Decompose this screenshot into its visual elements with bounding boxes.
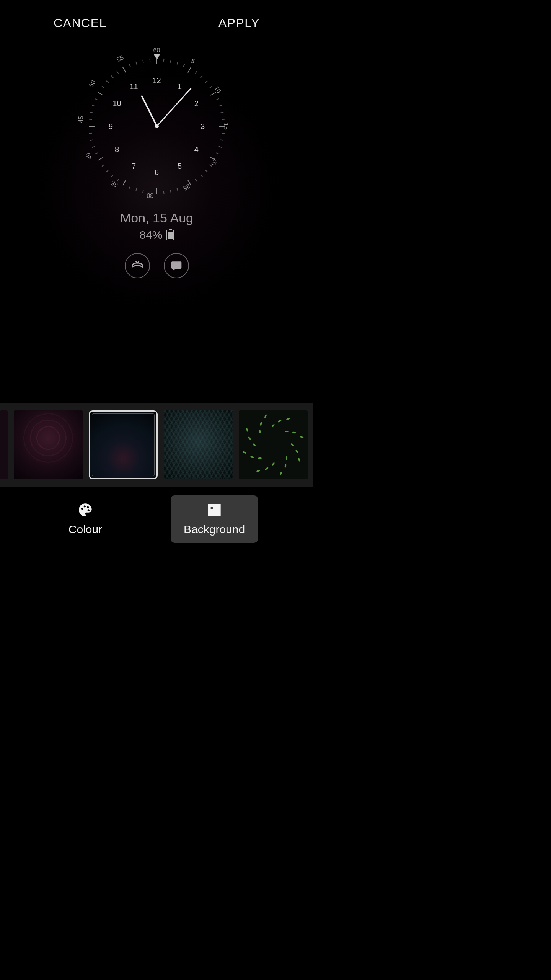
- clock-tick: [122, 180, 126, 186]
- hour-number: 2: [194, 99, 199, 108]
- clock-tick: [156, 188, 157, 194]
- clock-tick: [142, 60, 144, 63]
- clock-tick: [218, 105, 222, 106]
- clock-tick: [98, 157, 103, 161]
- clock-tick: [163, 191, 164, 194]
- message-icon: [164, 253, 189, 278]
- minute-number: 40: [84, 152, 93, 161]
- notification-icons: [125, 253, 189, 278]
- clock-tick: [92, 146, 95, 148]
- clock-tick: [106, 170, 109, 172]
- apply-button[interactable]: APPLY: [218, 16, 260, 30]
- clock-tick: [98, 92, 103, 96]
- svg-point-5: [210, 507, 213, 509]
- clock-tick: [218, 146, 222, 148]
- clock-tick: [129, 186, 130, 189]
- clock-tick: [220, 112, 223, 113]
- hour-number: 4: [194, 145, 199, 154]
- clock-tick: [187, 67, 191, 73]
- clock-tick: [101, 164, 104, 167]
- svg-point-1: [84, 505, 86, 507]
- clock-tick: [90, 139, 93, 141]
- minute-number: 45: [78, 116, 85, 123]
- image-icon: [207, 502, 222, 518]
- clock-tick: [195, 179, 197, 182]
- clock-tick: [135, 188, 137, 191]
- hour-number: 11: [129, 82, 138, 91]
- clock-tick: [183, 64, 185, 67]
- minute-hand: [156, 88, 192, 127]
- clock-tick: [89, 119, 92, 120]
- bottom-tab-bar: Colour Background: [0, 487, 313, 551]
- hour-hand: [141, 95, 158, 127]
- battery-status: 84%: [139, 229, 174, 242]
- clock-tick: [221, 119, 224, 120]
- hour-number: 10: [112, 99, 121, 108]
- svg-point-3: [88, 509, 90, 511]
- minute-number: 5: [189, 57, 196, 65]
- svg-point-0: [81, 508, 83, 510]
- clock-tick: [163, 59, 164, 62]
- background-thumb-bg-partial[interactable]: [0, 410, 8, 479]
- clock-tick: [209, 86, 212, 88]
- background-thumbnail-strip[interactable]: [0, 403, 313, 487]
- clock-tick: [111, 75, 114, 78]
- minute-number: 30: [147, 192, 153, 199]
- clock-tick: [156, 58, 157, 64]
- hour-number: 8: [115, 145, 119, 154]
- active-tab-caret-icon: [213, 482, 224, 487]
- background-thumb-bg-dark-gradient[interactable]: [89, 410, 158, 479]
- clock-tick: [220, 139, 223, 141]
- clock-tick: [221, 133, 224, 134]
- clock-tick: [170, 60, 171, 63]
- minute-number: 15: [222, 123, 229, 130]
- hour-number: 7: [132, 162, 136, 170]
- clock-tick: [92, 105, 95, 106]
- background-thumb-bg-green-leaves[interactable]: [239, 410, 308, 479]
- top-action-bar: CANCEL APPLY: [0, 0, 313, 46]
- cancel-button[interactable]: CANCEL: [54, 16, 107, 30]
- clock-tick: [116, 71, 119, 74]
- clock-tick: [135, 61, 137, 64]
- analog-clock: 12123456789101160510152025303540455055: [84, 54, 230, 199]
- hour-number: 1: [178, 82, 182, 91]
- clock-tick: [142, 190, 144, 193]
- clock-tick: [89, 126, 95, 127]
- clock-tick: [176, 188, 178, 191]
- minute-number: 55: [116, 54, 125, 63]
- clock-tick: [111, 175, 114, 177]
- colour-tab-label: Colour: [68, 523, 102, 536]
- background-thumb-bg-teal-hex[interactable]: [164, 410, 233, 479]
- colour-tab[interactable]: Colour: [55, 495, 115, 543]
- clock-pivot: [155, 124, 159, 128]
- clock-tick: [90, 112, 93, 113]
- clock-tick: [122, 67, 126, 73]
- missed-call-icon: [125, 253, 150, 278]
- clock-tick: [106, 80, 109, 83]
- background-tab-label: Background: [184, 523, 245, 536]
- clock-tick: [176, 61, 178, 64]
- background-tab[interactable]: Background: [171, 495, 258, 543]
- minute-number: 60: [153, 47, 160, 54]
- minute-number: 50: [88, 79, 97, 88]
- date-label: Mon, 15 Aug: [120, 211, 193, 225]
- clock-tick: [200, 75, 203, 78]
- clock-tick: [216, 98, 219, 100]
- clock-tick: [205, 80, 207, 83]
- hour-number: 9: [109, 122, 113, 131]
- clock-tick: [205, 170, 207, 172]
- clock-tick: [200, 175, 203, 177]
- clock-tick: [94, 152, 97, 154]
- hour-number: 12: [152, 76, 161, 85]
- clock-tick: [94, 98, 97, 100]
- clock-tick: [149, 59, 150, 62]
- clock-tick: [195, 71, 197, 74]
- clock-tick: [216, 152, 219, 154]
- clock-tick: [89, 133, 92, 134]
- palette-icon: [78, 502, 93, 518]
- background-thumb-bg-magenta-lace[interactable]: [14, 410, 83, 479]
- hour-number: 3: [201, 122, 205, 131]
- battery-icon: [166, 230, 174, 240]
- clock-tick: [129, 64, 130, 67]
- clock-tick: [101, 86, 104, 88]
